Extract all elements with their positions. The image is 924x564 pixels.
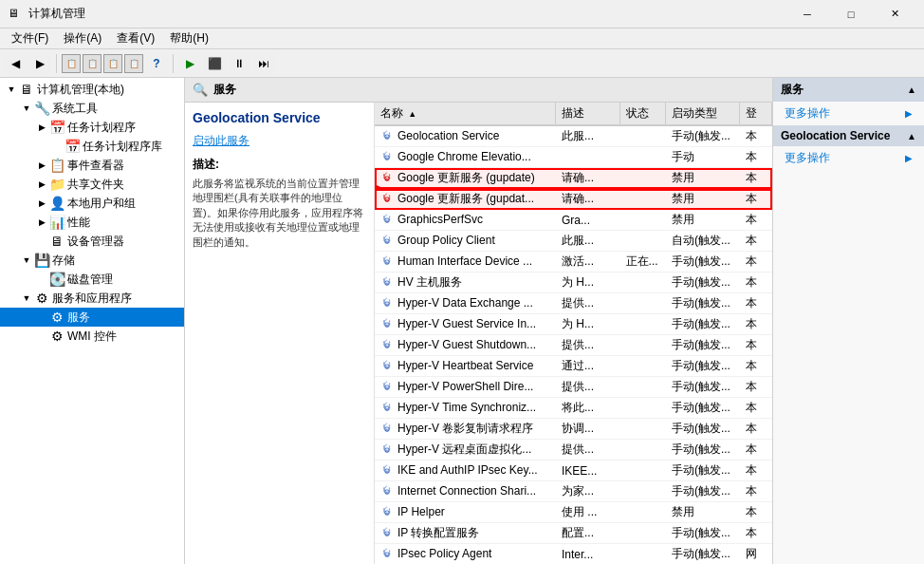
gear-icon <box>380 505 394 518</box>
service-list-area: 名称 ▲ 描述 状态 启动类型 登 Geolocation Service此服.… <box>375 103 772 564</box>
toolbar-btn4[interactable]: 📋 <box>124 54 143 73</box>
table-row[interactable]: Internet Connection Shari...为家...手动(触发..… <box>375 481 772 502</box>
service-startup-cell: 手动(触发... <box>666 377 740 398</box>
table-row[interactable]: Hyper-V Guest Shutdown...提供...手动(触发...本 <box>375 335 772 356</box>
expand-storage[interactable]: ▼ <box>19 253 34 268</box>
service-login-cell: 本 <box>740 356 772 377</box>
tree-item-storage[interactable]: ▼ 💾 存储 <box>0 251 184 270</box>
service-login-cell: 本 <box>740 210 772 231</box>
table-row[interactable]: Hyper-V Heartbeat Service通过...手动(触发...本 <box>375 356 772 377</box>
table-row[interactable]: HV 主机服务为 H...手动(触发...本 <box>375 273 772 293</box>
expand-system[interactable]: ▼ <box>19 101 34 116</box>
tree-item-localusers[interactable]: ▶ 👤 本地用户和组 <box>0 194 184 213</box>
tree-item-system[interactable]: ▼ 🔧 系统工具 <box>0 99 184 118</box>
table-row[interactable]: Google 更新服务 (gupdate)请确...禁用本 <box>375 168 772 189</box>
tree-item-wmi[interactable]: ⚙ WMI 控件 <box>0 327 184 346</box>
menu-file[interactable]: 文件(F) <box>4 28 56 48</box>
table-row[interactable]: Hyper-V 卷影复制请求程序协调...手动(触发...本 <box>375 419 772 440</box>
toolbar-forward[interactable]: ▶ <box>28 52 51 75</box>
tree-item-tasks2[interactable]: 📅 任务计划程序库 <box>0 137 184 156</box>
toolbar-help[interactable]: ? <box>145 52 168 75</box>
table-row[interactable]: Geolocation Service此服...手动(触发...本 <box>375 125 772 147</box>
table-row[interactable]: IKE and AuthIP IPsec Key...IKEE...手动(触发.… <box>375 461 772 481</box>
expand-events[interactable]: ▶ <box>34 158 49 173</box>
ops-section-1-title[interactable]: 服务 ▲ <box>773 78 924 102</box>
ops-more-actions-1[interactable]: 更多操作 ▶ <box>773 102 924 125</box>
service-status-cell <box>620 125 666 147</box>
expand-services-apps[interactable]: ▼ <box>19 291 34 306</box>
toolbar-back[interactable]: ◀ <box>4 52 27 75</box>
service-startup-cell: 手动 <box>666 147 740 168</box>
table-row[interactable]: Google Chrome Elevatio...手动本 <box>375 147 772 168</box>
tree-item-services[interactable]: ⚙ 服务 <box>0 308 184 327</box>
tree-item-shared[interactable]: ▶ 📁 共享文件夹 <box>0 175 184 194</box>
start-service-link[interactable]: 启动此服务 <box>193 133 366 149</box>
menu-view[interactable]: 查看(V) <box>109 28 162 48</box>
table-row[interactable]: Hyper-V Guest Service In...为 H...手动(触发..… <box>375 314 772 335</box>
tree-item-perf[interactable]: ▶ 📊 性能 <box>0 213 184 232</box>
tree-item-root[interactable]: ▼ 🖥 计算机管理(本地) <box>0 80 184 99</box>
service-name-text: Internet Connection Shari... <box>397 484 536 498</box>
col-header-login[interactable]: 登 <box>740 103 772 125</box>
table-row[interactable]: Hyper-V PowerShell Dire...提供...手动(触发...本 <box>375 377 772 398</box>
service-status-cell <box>620 189 666 210</box>
service-name-cell: GraphicsPerfSvc <box>375 210 556 231</box>
service-name-cell: Hyper-V Time Synchroniz... <box>375 398 556 419</box>
col-header-desc[interactable]: 描述 <box>556 103 620 125</box>
tree-item-services-apps[interactable]: ▼ ⚙ 服务和应用程序 <box>0 289 184 308</box>
tree-item-tasks[interactable]: ▶ 📅 任务计划程序 <box>0 118 184 137</box>
service-name-cell: Group Policy Client <box>375 231 556 252</box>
toolbar-btn1[interactable]: 📋 <box>62 54 81 73</box>
ops-section-2-title[interactable]: Geolocation Service ▲ <box>773 125 924 146</box>
service-login-cell: 本 <box>740 125 772 147</box>
table-row[interactable]: Group Policy Client此服...自动(触发...本 <box>375 231 772 252</box>
table-row[interactable]: IP Helper使用 ...禁用本 <box>375 502 772 523</box>
table-row[interactable]: IPsec Policy AgentInter...手动(触发...网 <box>375 544 772 565</box>
menu-help[interactable]: 帮助(H) <box>162 28 216 48</box>
ops-more-actions-1-chevron: ▶ <box>905 108 913 119</box>
toolbar-btn3[interactable]: 📋 <box>103 54 122 73</box>
service-status-cell <box>620 377 666 398</box>
icon-events: 📋 <box>49 158 65 173</box>
toolbar-stop[interactable]: ⬛ <box>203 52 226 75</box>
expand-tasks[interactable]: ▶ <box>34 120 49 135</box>
table-row[interactable]: Hyper-V 远程桌面虚拟化...提供...手动(触发...本 <box>375 440 772 461</box>
table-row[interactable]: IP 转换配置服务配置...手动(触发...本 <box>375 523 772 544</box>
ops-more-actions-2[interactable]: 更多操作 ▶ <box>773 146 924 170</box>
minimize-button[interactable]: ─ <box>785 0 829 28</box>
tree-item-events[interactable]: ▶ 📋 事件查看器 <box>0 156 184 175</box>
toolbar-btn2[interactable]: 📋 <box>83 54 102 73</box>
service-name-text: IP 转换配置服务 <box>397 526 479 539</box>
icon-services-apps: ⚙ <box>34 291 49 306</box>
toolbar-pause[interactable]: ⏸ <box>228 52 250 75</box>
maximize-button[interactable]: □ <box>829 0 873 28</box>
service-login-cell: 本 <box>740 314 772 335</box>
table-row[interactable]: Human Interface Device ...激活...正在...手动(触… <box>375 252 772 273</box>
expand-perf[interactable]: ▶ <box>34 215 49 230</box>
app-icon: 🖥 <box>8 7 23 22</box>
service-desc-cell <box>556 147 620 168</box>
service-status-cell <box>620 544 666 565</box>
col-header-status[interactable]: 状态 <box>620 103 666 125</box>
tree-item-devmgr[interactable]: 🖥 设备管理器 <box>0 232 184 251</box>
ops-section-2-chevron: ▲ <box>907 131 916 141</box>
service-desc-cell: 将此... <box>556 398 620 419</box>
icon-services: ⚙ <box>49 310 65 325</box>
expand-shared[interactable]: ▶ <box>34 177 49 192</box>
service-status-cell <box>620 210 666 231</box>
table-row[interactable]: GraphicsPerfSvcGra...禁用本 <box>375 210 772 231</box>
expand-root[interactable]: ▼ <box>4 82 19 97</box>
col-header-name[interactable]: 名称 ▲ <box>375 103 556 125</box>
col-header-startup[interactable]: 启动类型 <box>666 103 740 125</box>
toolbar-skip[interactable]: ⏭ <box>252 52 275 75</box>
ops-more-actions-2-chevron: ▶ <box>905 153 913 163</box>
table-row[interactable]: Google 更新服务 (gupdat...请确...禁用本 <box>375 189 772 210</box>
expand-localusers[interactable]: ▶ <box>34 196 49 211</box>
table-row[interactable]: Hyper-V Data Exchange ...提供...手动(触发...本 <box>375 293 772 314</box>
close-button[interactable]: ✕ <box>873 0 916 28</box>
menu-action[interactable]: 操作(A) <box>56 28 109 48</box>
toolbar-play[interactable]: ▶ <box>178 52 201 75</box>
tree-item-disk[interactable]: 💽 磁盘管理 <box>0 270 184 289</box>
table-row[interactable]: Hyper-V Time Synchroniz...将此...手动(触发...本 <box>375 398 772 419</box>
icon-storage: 💾 <box>34 253 49 268</box>
